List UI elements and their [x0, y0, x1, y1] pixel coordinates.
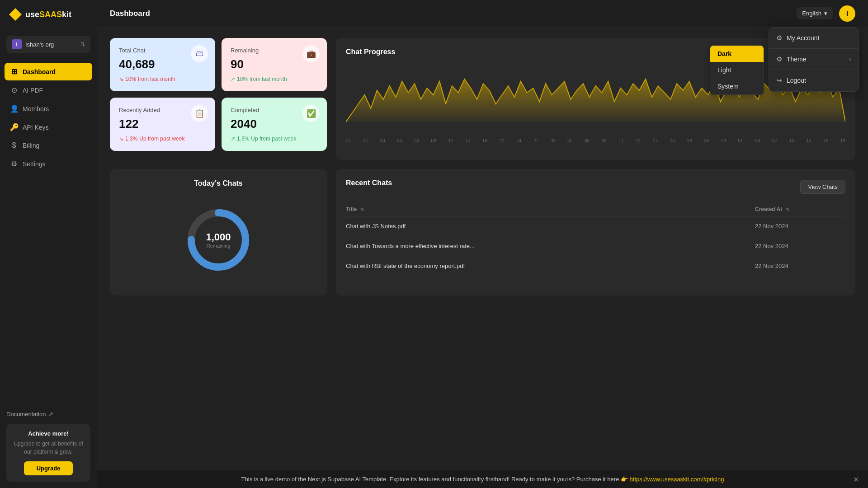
logo-text: useSAASkit: [25, 10, 71, 19]
main-content: Total Chat 40,689 ↘ 10% from last month …: [97, 27, 868, 488]
language-selector[interactable]: English ▾: [797, 7, 833, 19]
col-title: Title ⇅: [346, 206, 755, 212]
sidebar-item-members[interactable]: 👤 Members: [5, 100, 92, 117]
members-icon: 👤: [10, 104, 18, 113]
table-row: Chat with RBI state of the economy repor…: [346, 256, 845, 276]
stat-change-remaining: ↗ 18% from last month: [231, 76, 318, 82]
stat-icon-recently-added: 📋: [191, 105, 208, 122]
stats-grid: Total Chat 40,689 ↘ 10% from last month …: [110, 38, 327, 151]
stat-card-total-chat: Total Chat 40,689 ↘ 10% from last month …: [110, 38, 215, 91]
api-keys-icon: 🔑: [10, 123, 18, 131]
chat-title-2: Chat with RBI state of the economy repor…: [346, 263, 755, 269]
stat-change-pct: 1.3%: [237, 136, 249, 142]
sidebar-item-dashboard-label: Dashboard: [23, 68, 56, 75]
up-arrow-icon: ↗: [231, 136, 235, 142]
donut-center: 1,000 Remaining: [206, 231, 231, 249]
theme-options-panel: Dark Light System: [710, 45, 764, 95]
org-chevron-icon: ⇅: [80, 41, 85, 47]
dropdown-menu: ⚙ My Account ⚙ Theme › ↪ Logout: [769, 27, 859, 92]
recent-chats-header: Recent Chats View Chats: [346, 179, 845, 194]
chart-x-labels: 242730 030609 121518 212427 300205 08111…: [346, 138, 845, 143]
language-label: English: [802, 10, 821, 17]
stat-change-text: from last month: [250, 76, 287, 82]
sidebar-item-dashboard[interactable]: ⊞ Dashboard: [5, 63, 92, 80]
logout-icon: ↪: [776, 76, 782, 84]
org-selector[interactable]: I Ishan's org ⇅: [6, 36, 90, 53]
docs-label: Documentation: [6, 411, 46, 418]
sidebar-bottom: Documentation ↗ Achieve more! Upgrade to…: [0, 404, 97, 488]
upgrade-button[interactable]: Upgrade: [24, 461, 73, 475]
settings-icon: ⚙: [10, 160, 18, 168]
sidebar-item-ai-pdf-label: AI PDF: [23, 87, 43, 94]
header: Dashboard English ▾ I: [97, 0, 868, 27]
logout-item[interactable]: ↪ Logout: [769, 72, 859, 89]
theme-option-dark[interactable]: Dark: [710, 46, 764, 62]
banner-text: This is a live demo of the Next.js Supab…: [241, 476, 630, 483]
sidebar-item-api-keys-label: API Keys: [23, 124, 49, 131]
billing-icon: $: [10, 141, 18, 150]
todays-chats-title: Today's Chats: [194, 179, 243, 188]
dropdown-theme-section: ⚙ Theme ›: [769, 49, 859, 70]
upgrade-box: Achieve more! Upgrade to get all benefit…: [6, 424, 90, 482]
upgrade-text: Upgrade to get all benefits of our platf…: [13, 440, 84, 456]
dropdown-account-section: ⚙ My Account: [769, 28, 859, 49]
docs-link[interactable]: Documentation ↗: [6, 411, 90, 418]
chevron-down-icon: ▾: [824, 10, 827, 17]
stat-change-text: from last month: [138, 76, 175, 82]
theme-label: Theme: [787, 56, 807, 63]
stat-card-completed: Completed 2040 ↗ 1.3% Up from past week …: [222, 98, 327, 151]
stat-change-pct: 18%: [237, 76, 248, 82]
logo[interactable]: useSAASkit: [0, 0, 97, 29]
up-arrow-icon: ↗: [231, 76, 235, 82]
dashboard-icon: ⊞: [10, 67, 18, 76]
stat-change-text: Up from past week: [139, 136, 184, 142]
stat-card-recently-added: Recently Added 122 ↘ 1.3% Up from past w…: [110, 98, 215, 151]
donut-chart: 1,000 Remaining: [182, 204, 255, 276]
account-icon: ⚙: [776, 34, 782, 42]
user-avatar-letter: I: [846, 10, 848, 17]
table-header: Title ⇅ Created At ⇅: [346, 202, 845, 216]
theme-item[interactable]: ⚙ Theme ›: [769, 51, 859, 68]
dropdown-logout-section: ↪ Logout: [769, 70, 859, 91]
theme-option-system[interactable]: System: [710, 78, 764, 94]
stat-change-recently-added: ↘ 1.3% Up from past week: [119, 136, 206, 142]
sidebar: useSAASkit I Ishan's org ⇅ ⊞ Dashboard ⊙…: [0, 0, 97, 488]
view-chats-button[interactable]: View Chats: [800, 180, 845, 194]
chat-title-0: Chat with JS Notes.pdf: [346, 223, 755, 230]
header-right: English ▾ I: [797, 5, 855, 22]
theme-icon: ⚙: [776, 55, 782, 63]
banner-link[interactable]: https://www.usesaaskit.com/#pricing: [630, 476, 724, 483]
recent-chats-section: Recent Chats View Chats Title ⇅ Created …: [336, 169, 855, 296]
donut-label: Remaining: [206, 243, 231, 249]
stat-change-pct: 10%: [125, 76, 136, 82]
chat-date-0: 22 Nov 2024: [755, 223, 845, 230]
table-row: Chat with Towards a more effective inter…: [346, 236, 845, 256]
sidebar-nav: ⊞ Dashboard ⊙ AI PDF 👤 Members 🔑 API Key…: [0, 59, 97, 404]
sidebar-item-settings[interactable]: ⚙ Settings: [5, 155, 92, 173]
org-avatar: I: [12, 39, 22, 49]
stat-change-completed: ↗ 1.3% Up from past week: [231, 136, 318, 142]
page-title: Dashboard: [110, 9, 797, 18]
logo-icon: [9, 8, 22, 21]
bottom-row: Today's Chats 1,000 Remaining Rec: [110, 169, 855, 296]
chat-date-2: 22 Nov 2024: [755, 263, 845, 269]
upgrade-title: Achieve more!: [13, 430, 84, 437]
stat-icon-total-chat: 🗃: [191, 45, 208, 62]
banner-close-button[interactable]: ✕: [853, 475, 859, 483]
down-arrow-icon: ↘: [119, 136, 123, 142]
stat-card-remaining: Remaining 90 ↗ 18% from last month 💼: [222, 38, 327, 91]
chat-title-1: Chat with Towards a more effective inter…: [346, 243, 755, 249]
todays-chats-section: Today's Chats 1,000 Remaining: [110, 169, 327, 296]
created-at-sort-icon[interactable]: ⇅: [786, 207, 789, 212]
sidebar-item-settings-label: Settings: [23, 160, 46, 168]
user-avatar-button[interactable]: I: [839, 5, 855, 22]
theme-option-light[interactable]: Light: [710, 62, 764, 78]
my-account-item[interactable]: ⚙ My Account: [769, 29, 859, 47]
sidebar-item-members-label: Members: [23, 105, 49, 113]
sidebar-item-billing[interactable]: $ Billing: [5, 137, 92, 154]
table-row: Chat with JS Notes.pdf 22 Nov 2024: [346, 216, 845, 236]
sidebar-item-ai-pdf[interactable]: ⊙ AI PDF: [5, 81, 92, 99]
sidebar-item-api-keys[interactable]: 🔑 API Keys: [5, 118, 92, 136]
title-sort-icon[interactable]: ⇅: [360, 207, 364, 212]
donut-value: 1,000: [206, 231, 231, 243]
